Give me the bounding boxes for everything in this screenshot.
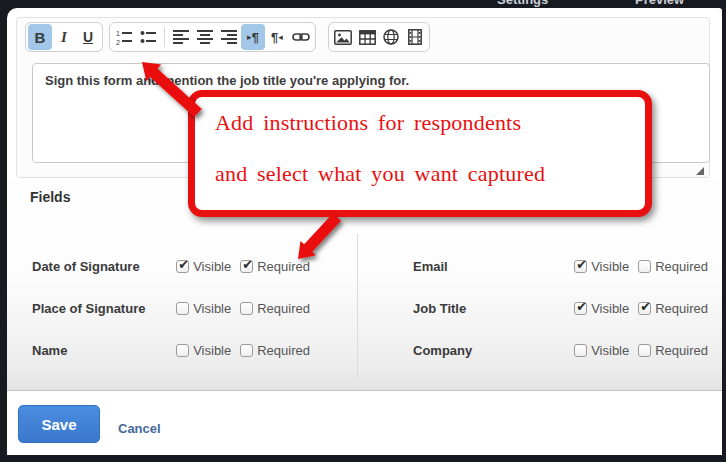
required-checkbox[interactable] <box>240 302 253 315</box>
field-checkbox-group: Visible Required <box>176 301 310 316</box>
required-checkbox[interactable] <box>240 344 253 357</box>
save-button[interactable]: Save <box>18 405 100 443</box>
required-checkbox-label: Required <box>655 301 708 316</box>
resize-grip-icon[interactable] <box>696 167 704 175</box>
field-label: Name <box>32 343 67 358</box>
align-left-icon <box>173 30 189 44</box>
field-row: Company Visible Required <box>357 341 722 359</box>
annotation-line-2: and select what you want captured <box>215 161 645 187</box>
instructions-text: Sign this form and mention the job title… <box>45 73 409 88</box>
visible-checkbox[interactable] <box>176 344 189 357</box>
table-icon <box>359 30 376 45</box>
required-checkbox-label: Required <box>655 343 708 358</box>
background-nav-bar: Settings Preview <box>0 0 726 8</box>
rtl-paragraph-button[interactable]: ¶◂ <box>265 24 289 50</box>
insert-video-button[interactable] <box>403 24 427 50</box>
bold-button[interactable]: B <box>28 24 52 50</box>
field-label: Company <box>413 343 472 358</box>
nav-tab-settings[interactable]: Settings <box>497 0 548 7</box>
field-label: Email <box>413 259 448 274</box>
rtl-paragraph-icon: ¶ <box>271 30 278 45</box>
bold-icon: B <box>35 29 46 46</box>
field-checkbox-group: Visible Required <box>574 343 708 358</box>
insert-embed-button[interactable] <box>379 24 403 50</box>
visible-checkbox-label: Visible <box>193 301 231 316</box>
toolbar-group-insert <box>328 22 430 52</box>
align-right-button[interactable] <box>217 24 241 50</box>
field-checkbox-group: ✔ Visible ✔ Required <box>574 301 708 316</box>
cancel-button[interactable]: Cancel <box>118 421 161 436</box>
align-right-icon <box>221 30 237 44</box>
visible-checkbox[interactable] <box>176 302 189 315</box>
visible-checkbox[interactable] <box>574 344 587 357</box>
required-checkbox[interactable] <box>638 260 651 273</box>
visible-checkbox[interactable]: ✔ <box>574 302 587 315</box>
required-checkbox[interactable] <box>638 344 651 357</box>
visible-checkbox-label: Visible <box>591 301 629 316</box>
field-label: Job Title <box>413 301 466 316</box>
field-row: Place of Signature Visible Required <box>7 299 357 317</box>
align-center-button[interactable] <box>193 24 217 50</box>
image-icon <box>334 30 352 45</box>
field-row: Job Title ✔ Visible ✔ Required <box>357 299 722 317</box>
globe-icon <box>383 29 399 45</box>
toolbar-group-text-style: B I U <box>25 22 103 52</box>
required-checkbox-label: Required <box>257 343 310 358</box>
required-checkbox-label: Required <box>655 259 708 274</box>
form-settings-dialog: B I U 12 <box>7 8 722 455</box>
field-row: Email ✔ Visible Required <box>357 257 722 275</box>
annotation-callout: Add instructions for respondents and sel… <box>188 90 652 217</box>
link-button[interactable] <box>289 24 313 50</box>
required-checkbox[interactable]: ✔ <box>240 260 253 273</box>
bullet-list-button[interactable] <box>136 24 160 50</box>
required-checkbox-label: Required <box>257 301 310 316</box>
film-icon <box>408 29 422 45</box>
svg-text:2: 2 <box>116 39 120 45</box>
field-row: Date of Signature ✔ Visible ✔ Required <box>7 257 357 275</box>
align-left-button[interactable] <box>169 24 193 50</box>
field-label: Place of Signature <box>32 301 145 316</box>
visible-checkbox-label: Visible <box>193 259 231 274</box>
underline-icon: U <box>83 29 93 45</box>
field-checkbox-group: Visible Required <box>176 343 310 358</box>
link-icon <box>292 31 310 43</box>
annotation-line-1: Add instructions for respondents <box>215 110 645 136</box>
ordered-list-icon: 12 <box>116 30 133 45</box>
required-checkbox[interactable]: ✔ <box>638 302 651 315</box>
underline-button[interactable]: U <box>76 24 100 50</box>
field-checkbox-group: ✔ Visible Required <box>574 259 708 274</box>
visible-checkbox[interactable]: ✔ <box>176 260 189 273</box>
visible-checkbox[interactable]: ✔ <box>574 260 587 273</box>
svg-text:1: 1 <box>116 30 120 37</box>
italic-icon: I <box>61 29 67 46</box>
insert-table-button[interactable] <box>355 24 379 50</box>
field-row: Name Visible Required <box>7 341 357 359</box>
ordered-list-button[interactable]: 12 <box>112 24 136 50</box>
visible-checkbox-label: Visible <box>591 343 629 358</box>
bullet-list-icon <box>140 30 157 45</box>
ltr-paragraph-button[interactable]: ▸¶ <box>241 24 265 50</box>
align-center-icon <box>197 30 213 44</box>
visible-checkbox-label: Visible <box>591 259 629 274</box>
editor-toolbar: B I U 12 <box>25 22 430 52</box>
field-label: Date of Signature <box>32 259 140 274</box>
toolbar-group-paragraph: 12 <box>109 22 316 52</box>
insert-image-button[interactable] <box>331 24 355 50</box>
nav-tab-preview[interactable]: Preview <box>635 0 684 7</box>
field-checkbox-group: ✔ Visible ✔ Required <box>176 259 310 274</box>
toolbar-separator <box>164 27 165 47</box>
visible-checkbox-label: Visible <box>193 343 231 358</box>
required-checkbox-label: Required <box>257 259 310 274</box>
italic-button[interactable]: I <box>52 24 76 50</box>
